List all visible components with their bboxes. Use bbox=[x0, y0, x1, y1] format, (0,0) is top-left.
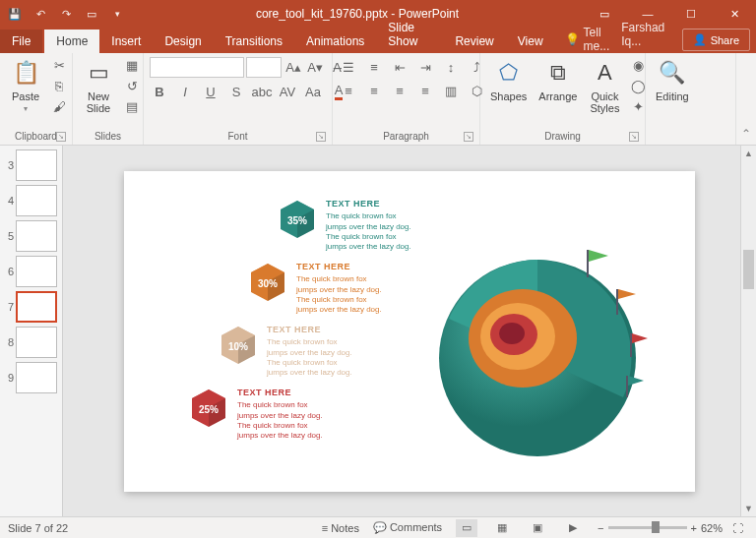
paste-button[interactable]: 📋Paste▾ bbox=[6, 55, 45, 115]
callout-4[interactable]: 25% TEXT HERE The quick brown fox jumps … bbox=[188, 388, 323, 442]
shadow-button[interactable]: abc bbox=[252, 82, 272, 101]
reset-icon[interactable]: ↺ bbox=[122, 76, 142, 95]
callout-3[interactable]: 10% TEXT HERE The quick brown fox jumps … bbox=[218, 325, 352, 379]
reading-view-icon[interactable]: ▣ bbox=[527, 519, 548, 537]
callout-1[interactable]: 35% TEXT HERE The quick brown fox jumps … bbox=[277, 199, 411, 253]
zoom-in-icon[interactable]: + bbox=[691, 522, 697, 534]
slide-thumbnails[interactable]: 3456789 bbox=[0, 146, 63, 516]
spacing-icon[interactable]: AV bbox=[278, 82, 297, 101]
cut-icon[interactable]: ✂ bbox=[49, 55, 69, 75]
italic-button[interactable]: I bbox=[175, 82, 195, 101]
thumbnail-slide-7[interactable]: 7 bbox=[0, 289, 62, 325]
status-bar: Slide 7 of 22 English (United States) ≡N… bbox=[0, 516, 756, 538]
font-family-combo[interactable] bbox=[150, 57, 244, 78]
tab-slideshow[interactable]: Slide Show bbox=[376, 16, 443, 53]
thumbnail-slide-3[interactable]: 3 bbox=[0, 148, 62, 183]
quick-styles-button[interactable]: AQuick Styles bbox=[585, 55, 624, 116]
underline-button[interactable]: U bbox=[201, 82, 220, 101]
tab-home[interactable]: Home bbox=[44, 30, 99, 53]
scroll-up-icon[interactable]: ▲ bbox=[741, 146, 756, 161]
user-name[interactable]: Farshad Iq... bbox=[609, 16, 681, 53]
section-icon[interactable]: ▤ bbox=[122, 96, 142, 116]
styles-icon: A bbox=[589, 57, 620, 89]
tab-animations[interactable]: Animations bbox=[294, 30, 376, 53]
thumbnail-slide-5[interactable]: 5 bbox=[0, 218, 62, 254]
fit-window-icon[interactable]: ⛶ bbox=[726, 519, 748, 537]
tab-insert[interactable]: Insert bbox=[99, 30, 153, 53]
scroll-down-icon[interactable]: ▼ bbox=[741, 501, 756, 516]
strike-button[interactable]: S bbox=[226, 82, 246, 101]
tab-review[interactable]: Review bbox=[443, 30, 505, 53]
qat-customize-icon[interactable]: ▾ bbox=[108, 5, 126, 23]
format-painter-icon[interactable]: 🖌 bbox=[49, 96, 69, 116]
justify-icon[interactable]: ≡ bbox=[415, 81, 435, 100]
line-spacing-icon[interactable]: ↕ bbox=[441, 57, 461, 77]
font-dialog-icon[interactable]: ↘ bbox=[316, 132, 326, 142]
slideshow-view-icon[interactable]: ▶ bbox=[562, 519, 584, 537]
svg-rect-17 bbox=[587, 250, 589, 277]
editing-button[interactable]: 🔍Editing bbox=[652, 55, 693, 104]
window-title: core_tool_kit_19760.pptx - PowerPoint bbox=[132, 7, 583, 21]
start-slideshow-icon[interactable]: ▭ bbox=[83, 5, 100, 23]
thumb-preview bbox=[16, 149, 57, 181]
normal-view-icon[interactable]: ▭ bbox=[456, 519, 477, 537]
tab-transitions[interactable]: Transitions bbox=[214, 30, 294, 53]
tab-design[interactable]: Design bbox=[153, 30, 213, 53]
thumbnail-slide-8[interactable]: 8 bbox=[0, 325, 62, 360]
thumb-preview bbox=[16, 327, 57, 358]
close-icon[interactable]: ✕ bbox=[713, 0, 756, 28]
cube-percent: 25% bbox=[199, 404, 219, 415]
tab-file[interactable]: File bbox=[0, 30, 42, 53]
tell-me-search[interactable]: 💡Tell me... bbox=[555, 26, 610, 53]
thumb-number: 7 bbox=[4, 301, 14, 313]
workspace: 3456789 35% TEXT HERE The quick brown fo… bbox=[0, 146, 756, 516]
clipboard-dialog-icon[interactable]: ↘ bbox=[56, 132, 66, 142]
scroll-thumb[interactable] bbox=[743, 250, 754, 289]
slide-indicator[interactable]: Slide 7 of 22 bbox=[8, 522, 68, 534]
bullets-icon[interactable]: ☰ bbox=[339, 57, 358, 77]
new-slide-button[interactable]: ▭New Slide bbox=[79, 55, 118, 116]
arrange-button[interactable]: ⧉Arrange bbox=[535, 55, 581, 104]
grow-font-icon[interactable]: A▴ bbox=[284, 58, 303, 78]
cube-icon: 35% bbox=[277, 199, 318, 240]
zoom-slider[interactable] bbox=[608, 526, 687, 529]
numbering-icon[interactable]: ≡ bbox=[364, 57, 384, 77]
save-icon[interactable]: 💾 bbox=[6, 5, 24, 23]
bold-button[interactable]: B bbox=[150, 82, 169, 101]
align-left-icon[interactable]: ≡ bbox=[339, 81, 358, 100]
redo-icon[interactable]: ↷ bbox=[57, 5, 75, 23]
align-center-icon[interactable]: ≡ bbox=[364, 81, 384, 100]
zoom-out-icon[interactable]: − bbox=[598, 522, 603, 534]
callout-2[interactable]: 30% TEXT HERE The quick brown fox jumps … bbox=[247, 262, 382, 316]
tab-view[interactable]: View bbox=[506, 30, 555, 53]
clipboard-icon: 📋 bbox=[10, 57, 41, 89]
columns-icon[interactable]: ▥ bbox=[441, 81, 461, 100]
shrink-font-icon[interactable]: A▾ bbox=[305, 58, 325, 78]
callout-heading: TEXT HERE bbox=[296, 262, 382, 273]
align-right-icon[interactable]: ≡ bbox=[390, 81, 410, 100]
drawing-dialog-icon[interactable]: ↘ bbox=[629, 132, 639, 142]
notes-button[interactable]: ≡Notes bbox=[322, 522, 359, 534]
slide-editor[interactable]: 35% TEXT HERE The quick brown fox jumps … bbox=[63, 146, 756, 516]
slide-canvas[interactable]: 35% TEXT HERE The quick brown fox jumps … bbox=[124, 171, 695, 492]
comments-button[interactable]: 💬Comments bbox=[373, 521, 442, 534]
indent-dec-icon[interactable]: ⇤ bbox=[390, 57, 410, 77]
thumbnail-slide-9[interactable]: 9 bbox=[0, 360, 62, 395]
font-size-combo[interactable] bbox=[246, 57, 282, 78]
thumb-number: 3 bbox=[4, 159, 14, 171]
shapes-button[interactable]: ⬠Shapes bbox=[486, 55, 531, 104]
cube-icon: 10% bbox=[218, 325, 259, 366]
vertical-scrollbar[interactable]: ▲ ▼ bbox=[740, 146, 756, 516]
layout-icon[interactable]: ▦ bbox=[122, 55, 142, 75]
thumbnail-slide-6[interactable]: 6 bbox=[0, 254, 62, 289]
paragraph-dialog-icon[interactable]: ↘ bbox=[464, 132, 473, 142]
thumbnail-slide-4[interactable]: 4 bbox=[0, 183, 62, 218]
copy-icon[interactable]: ⎘ bbox=[49, 76, 69, 95]
collapse-ribbon-icon[interactable]: ⌃ bbox=[736, 53, 756, 145]
zoom-level[interactable]: 62% bbox=[701, 522, 723, 534]
case-icon[interactable]: Aa bbox=[303, 82, 323, 101]
share-button[interactable]: 👤Share bbox=[682, 29, 750, 51]
indent-inc-icon[interactable]: ⇥ bbox=[415, 57, 435, 77]
undo-icon[interactable]: ↶ bbox=[32, 5, 49, 23]
sorter-view-icon[interactable]: ▦ bbox=[491, 519, 513, 537]
